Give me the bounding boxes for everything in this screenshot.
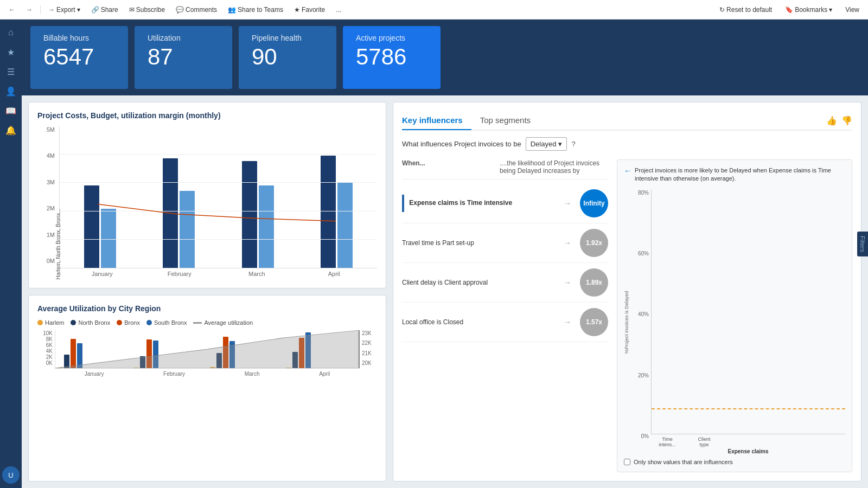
y-tick-20: 20% [634, 373, 649, 378]
bubble-0: Infinity [580, 189, 608, 217]
main-content: Billable hours 6547 Utilization 87 Pipel… [22, 20, 868, 488]
sidebar-person-icon[interactable]: 👤 [2, 82, 20, 100]
chart2-legend: Harlem North Bronx Bronx South Bronx [37, 319, 377, 326]
favorite-button[interactable]: ★ Favorite [290, 4, 329, 15]
separator-1 [40, 5, 41, 14]
subscribe-icon: ✉ [129, 6, 135, 14]
sidebar-home-icon[interactable]: ⌂ [2, 24, 20, 41]
y-tick-80: 80% [634, 190, 649, 196]
detail-x-label-0: Timeintens... [655, 436, 679, 447]
legend-avg-util-label: Average utilization [204, 319, 253, 326]
tab-key-influencers[interactable]: Key influencers [402, 111, 471, 130]
tab-top-segments[interactable]: Top segments [480, 111, 531, 130]
when-header: When... [402, 159, 425, 175]
share-icon: 🔗 [91, 6, 99, 14]
kpi-card-utilization: Utilization 87 [135, 26, 232, 89]
bar2-feb-harlem [133, 368, 139, 368]
question-text: What influences Project invoices to be [402, 140, 521, 148]
share-button[interactable]: 🔗 Share [87, 4, 123, 15]
bar2-jan-nbronx [64, 355, 69, 368]
back-button[interactable]: ← [4, 4, 20, 15]
comments-button[interactable]: 💬 Comments [171, 4, 221, 15]
utilization-chart-card: Average Utilization by City Region Harle… [28, 295, 386, 481]
legend-south-bronx: South Bronx [146, 319, 187, 326]
sidebar-bell-icon[interactable]: 🔔 [2, 121, 20, 139]
bookmarks-button[interactable]: 🔖 Bookmarks ▾ [781, 4, 837, 15]
arrow-icon-0: → [559, 199, 576, 208]
arrow-icon-3: → [559, 318, 576, 326]
help-icon[interactable]: ? [571, 140, 575, 148]
filters-tab[interactable]: Filters [857, 232, 868, 256]
bar-jan-dark [84, 185, 99, 268]
forward-button[interactable]: → [22, 4, 37, 15]
delayed-dropdown[interactable]: Delayed ▾ [526, 137, 567, 151]
y-tick-40: 40% [634, 311, 649, 317]
y-label-2m: 2M [37, 205, 55, 211]
y-right-20k: 20K [362, 360, 377, 366]
chart2-bars-container [55, 330, 360, 369]
bar-group-apr [301, 131, 373, 268]
influencers-only-checkbox[interactable] [624, 459, 630, 465]
influencer-row-0[interactable]: Expense claims is Time intensive → Infin… [402, 184, 608, 223]
chart1-bars [59, 126, 377, 268]
influencer-label-3: Local office is Closed [402, 318, 555, 326]
reset-button[interactable]: ↻ Reset to default [715, 4, 776, 15]
chart1-title: Project Costs, Budget, utilization margi… [37, 111, 377, 120]
kpi-card-billable: Billable hours 6547 [30, 26, 128, 89]
chart1-x-labels: January February March April [59, 268, 377, 277]
legend-harlem-label: Harlem [45, 319, 64, 326]
influencer-question-row: What influences Project invoices to be D… [402, 137, 852, 151]
detail-back-arrow-icon[interactable]: ← [624, 166, 631, 175]
influencer-content: When... ....the likelihood of Project in… [402, 159, 852, 472]
bar2-feb-nbronx [140, 356, 145, 368]
bar2-apr-bronx [299, 338, 304, 368]
checkbox-label: Only show values that are influencers [634, 459, 733, 465]
toolbar-right: ↻ Reset to default 🔖 Bookmarks ▾ View [715, 4, 864, 15]
arrow-icon-2: → [559, 278, 576, 287]
detail-back-row: ← Project invoices is more likely to be … [624, 166, 845, 183]
bubble-1: 1.92x [580, 229, 608, 257]
export-chevron-icon: ▾ [77, 6, 80, 14]
influencer-row-2[interactable]: Client delay is Client approval → 1.89x [402, 263, 608, 303]
bar2-feb-sbronx [153, 341, 158, 368]
chart2-x-labels: January February March April [55, 369, 360, 377]
kpi-card-projects: Active projects 5786 [343, 26, 441, 89]
x-label-mar: March [218, 271, 296, 277]
sidebar-star-icon[interactable]: ★ [2, 43, 20, 61]
y-left-0k: 0K [46, 360, 53, 366]
bar-pair-feb [163, 131, 195, 268]
kpi-card-pipeline: Pipeline health 90 [239, 26, 336, 89]
influencer-list: When... ....the likelihood of Project in… [402, 159, 608, 472]
bookmark-icon: 🔖 [785, 6, 793, 14]
y-left-8k: 8K [46, 336, 53, 342]
kpi-utilization-value: 87 [148, 46, 219, 68]
legend-north-bronx-label: North Bronx [78, 319, 110, 326]
legend-south-bronx-label: South Bronx [154, 319, 187, 326]
sidebar-menu-icon[interactable]: ☰ [2, 63, 20, 80]
share-teams-button[interactable]: 👥 Share to Teams [224, 4, 288, 15]
more-button[interactable]: ... [331, 4, 346, 15]
influencer-row-3[interactable]: Local office is Closed → 1.57x [402, 303, 608, 342]
detail-dashed-ref-line [652, 408, 845, 409]
export-button[interactable]: → Export ▾ [44, 4, 85, 15]
sidebar-book-icon[interactable]: 📖 [2, 102, 20, 119]
y-label-3m: 3M [37, 179, 55, 185]
detail-checkbox-row: Only show values that are influencers [624, 459, 845, 465]
influencer-row-1[interactable]: Travel time is Part set-up → 1.92x [402, 223, 608, 263]
sidebar-avatar-icon[interactable]: U [2, 466, 20, 484]
legend-avg-util: Average utilization [193, 319, 253, 326]
bar-group-mar [222, 131, 294, 268]
x-label-apr: April [296, 271, 373, 277]
detail-x-labels: Timeintens... Clienttype [651, 436, 845, 447]
thumbs-down-icon[interactable]: 👎 [841, 115, 852, 126]
view-button[interactable]: View [841, 4, 864, 15]
grid-line-4 [60, 239, 377, 240]
detail-chart-wrapper: %Project invoices is Delayed 80% 60% 40%… [624, 190, 845, 454]
bar2-apr-nbronx [292, 352, 298, 368]
row-indicator-0 [402, 195, 404, 212]
x-label-jan: January [63, 271, 141, 277]
reset-icon: ↻ [719, 6, 725, 14]
likelihood-header: ....the likelihood of Project invoices b… [500, 159, 608, 175]
thumbs-up-icon[interactable]: 👍 [826, 115, 837, 126]
subscribe-button[interactable]: ✉ Subscribe [125, 4, 169, 15]
